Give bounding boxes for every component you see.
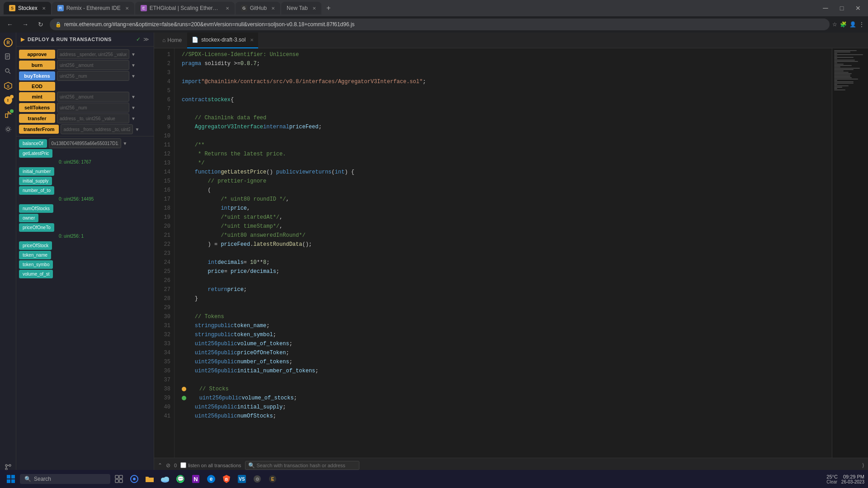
search-tx-bar[interactable]: 🔍 [245,461,359,470]
menu-icon[interactable]: ⋮ [859,21,864,28]
transferFrom-input[interactable] [61,124,133,134]
buyTokens-input[interactable] [57,71,129,81]
expand-right-icon[interactable]: ⟩ [862,462,864,469]
close-tab-newtab[interactable]: ✕ [312,6,316,11]
taskbar-icon-onenote[interactable]: N [189,472,203,486]
address-bar-icons: ☆ 🧩 👤 ⋮ [832,21,864,28]
back-button[interactable]: ← [4,18,16,31]
owner-button[interactable]: owner [19,214,38,222]
maximize-button[interactable]: □ [835,2,848,14]
tab-home[interactable]: ⌂ Home [158,33,186,48]
sidebar-icon-badge1[interactable]: ! [2,94,14,107]
sidebar-icon-solidity[interactable]: S [2,80,14,92]
numOfStocks-button[interactable]: numOfStocks [19,204,53,213]
getLatestPrice-button[interactable]: getLatestPric [19,149,52,158]
buyTokens-dropdown[interactable]: ▼ [130,73,137,80]
balanceOf-dropdown[interactable]: ▼ [122,140,128,147]
approve-dropdown[interactable]: ▼ [130,51,137,58]
search-tx-input[interactable] [257,463,356,468]
checkmark-icon[interactable]: ✓ [136,36,141,42]
burn-button[interactable]: burn [19,61,55,70]
taskbar-icon-whatsapp[interactable]: 💬 [174,472,187,486]
taskbar-icon-cloud[interactable] [158,472,172,486]
approve-button[interactable]: approve [19,50,55,59]
close-button[interactable]: ✕ [852,2,864,14]
balanceOf-button[interactable]: balanceOf [19,139,47,148]
mint-input[interactable] [57,92,129,102]
svg-rect-10 [5,114,8,117]
code-line-26 [182,276,825,285]
expand-icon[interactable]: ≫ [143,36,149,42]
new-tab-button[interactable]: + [322,2,335,14]
volume_of_st-button[interactable]: volume_of_st [19,270,53,278]
sellTokens-button[interactable]: sellTokens [19,103,55,112]
close-tab-stockex[interactable]: ✕ [42,6,46,11]
priceOfStock-button[interactable]: priceOfStock [19,241,52,250]
bookmark-icon[interactable]: ☆ [832,21,837,28]
code-line-37 [182,375,825,385]
tab-active-file[interactable]: 📄 stockex-draft-3.sol ✕ [187,33,258,48]
token_symbo-button[interactable]: token_symbo [19,260,53,269]
transferFrom-dropdown[interactable]: ▼ [134,126,140,133]
taskbar-icon-extra2[interactable]: E [266,472,279,486]
listen-checkbox[interactable] [180,462,186,468]
transfer-button[interactable]: transfer [19,114,55,123]
clock: 09:29 PM 26-03-2023 [841,474,864,484]
sidebar-icon-deploy[interactable] [2,108,14,121]
EOD-button[interactable]: EOD [19,82,55,91]
extensions-icon[interactable]: 🧩 [840,21,847,28]
initial_supply-button[interactable]: initial_supply [19,177,52,185]
editor-tabs: ⌂ Home 📄 stockex-draft-3.sol ✕ [154,33,868,48]
sidebar-icon-logo[interactable]: R [2,36,14,49]
code-editor[interactable]: //SPDX-License-Identifier: Unlicense pra… [175,48,832,458]
taskbar-search-label: Search [34,476,51,482]
tab-stockex[interactable]: S Stockex ✕ [4,2,51,14]
close-file-tab[interactable]: ✕ [250,38,254,42]
close-tab-github[interactable]: ✕ [271,6,275,11]
clear-log-button[interactable]: ⊘ [166,462,170,469]
sidebar-icon-search[interactable] [2,65,14,78]
priceOfOneTo-button[interactable]: priceOfOneTo [19,223,54,232]
balanceOf-input[interactable] [49,138,121,148]
mint-button[interactable]: mint [19,92,55,101]
reload-button[interactable]: ↻ [34,18,47,31]
burn-dropdown[interactable]: ▼ [130,62,137,69]
code-line-19: /*uint startedAt*/, [182,213,825,222]
minimize-button[interactable]: ─ [819,2,832,14]
sellTokens-dropdown[interactable]: ▼ [130,104,137,111]
tab-remix[interactable]: R Remix - Ethereum IDE ✕ [52,2,134,14]
taskbar-icon-folder[interactable] [143,472,156,486]
burn-input[interactable] [57,60,129,70]
taskbar-icon-taskview[interactable] [112,472,126,486]
number_of_to-button[interactable]: number_of_to [19,186,54,195]
close-tab-remix[interactable]: ✕ [125,6,129,11]
taskbar-icon-extra1[interactable]: ⚙ [250,472,264,486]
url-bar[interactable]: 🔒 remix.ethereum.org/#lang=en&optimize=f… [50,19,830,30]
approve-input[interactable] [57,49,129,59]
forward-button[interactable]: → [19,18,32,31]
taskbar-icon-brave[interactable]: B [220,472,233,486]
taskbar-icon-vs[interactable]: VS [235,472,249,486]
token_name-button[interactable]: token_name [19,251,51,259]
transferFrom-button[interactable]: transferFrom [19,125,59,134]
code-line-22: ) = priceFeed.latestRoundData(); [182,240,825,249]
mint-dropdown[interactable]: ▼ [130,94,137,100]
tab-newtab[interactable]: New Tab ✕ [281,2,321,14]
sidebar-icon-plugins[interactable] [2,123,14,136]
tab-ethglobal[interactable]: E ETHGlobal | Scaling Ethereum 20... ✕ [135,2,235,14]
initial_number-button[interactable]: initial_number [19,167,54,176]
taskbar-icon-edge[interactable]: e [204,472,218,486]
start-button[interactable] [4,472,18,486]
expand-log-button[interactable]: ⌃ [158,462,162,469]
deploy-scroll-area[interactable]: approve ▼ burn ▼ buyTokens ▼ [16,47,154,488]
taskbar-icon-chrome[interactable] [127,472,141,486]
transfer-input[interactable] [57,113,129,123]
buyTokens-button[interactable]: buyTokens [19,71,55,80]
tab-github[interactable]: G GitHub ✕ [236,2,280,14]
taskbar-search-bar[interactable]: 🔍 Search [20,474,110,484]
transfer-dropdown[interactable]: ▼ [130,115,137,122]
sellTokens-input[interactable] [57,103,129,113]
profile-icon[interactable]: 👤 [849,21,856,28]
sidebar-icon-files[interactable] [2,51,14,63]
close-tab-ethglobal[interactable]: ✕ [226,6,229,11]
